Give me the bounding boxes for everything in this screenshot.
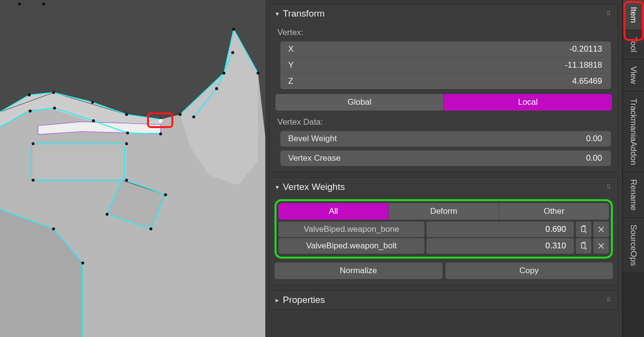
svg-point-32: [125, 142, 128, 145]
grip-icon[interactable]: ⠿: [607, 10, 612, 17]
vertex-group-row: ValveBiped.weapon_bone 0.690: [278, 222, 609, 237]
tab-rename[interactable]: Rename: [623, 172, 644, 218]
n-panel: ▾ Transform ⠿ Vertex: X -0.20113 Y -11.1…: [265, 0, 622, 337]
svg-point-17: [28, 94, 31, 96]
vertex-label: Vertex:: [275, 26, 613, 41]
svg-point-42: [231, 51, 234, 54]
svg-point-20: [125, 113, 128, 116]
tab-trackmania-addon[interactable]: TrackmaniaAddon: [623, 92, 644, 172]
svg-point-39: [81, 262, 84, 264]
remove-weight-button[interactable]: [593, 222, 609, 237]
panel-title: Properties: [283, 295, 325, 305]
filter-all[interactable]: All: [278, 203, 388, 220]
svg-point-30: [159, 132, 162, 135]
svg-point-38: [52, 227, 55, 230]
svg-point-22: [179, 113, 182, 116]
grip-icon[interactable]: ⠿: [607, 184, 612, 190]
panel-title: Transform: [283, 8, 325, 19]
vertex-crease-field[interactable]: Vertex Crease 0.00: [280, 150, 611, 166]
chevron-down-icon: ▾: [276, 183, 279, 191]
svg-point-40: [192, 115, 195, 118]
vertex-y-field[interactable]: Y -11.18818: [280, 57, 611, 74]
bevel-weight-field[interactable]: Bevel Weight 0.00: [280, 131, 611, 147]
weight-actions: Normalize Copy: [275, 262, 613, 279]
vertex-group-row: ValveBiped.weapon_bolt 0.310: [278, 238, 609, 254]
svg-point-27: [53, 107, 56, 110]
svg-point-41: [215, 87, 218, 90]
paste-weight-button[interactable]: [576, 238, 591, 254]
svg-point-26: [29, 110, 32, 112]
properties-panel: ▸ Properties ⠿: [269, 290, 618, 310]
svg-point-24: [232, 28, 235, 31]
transform-panel: ▾ Transform ⠿ Vertex: X -0.20113 Y -11.1…: [269, 4, 618, 172]
svg-point-45: [159, 119, 163, 123]
filter-deform[interactable]: Deform: [388, 203, 499, 220]
svg-point-36: [149, 227, 152, 230]
tab-tool[interactable]: Tool: [623, 30, 644, 59]
remove-weight-button[interactable]: [593, 238, 609, 254]
weight-filter-toggle: All Deform Other: [278, 203, 609, 220]
tab-item[interactable]: Item: [623, 0, 644, 30]
svg-point-34: [125, 179, 128, 182]
vertex-group-weight[interactable]: 0.690: [426, 222, 574, 237]
svg-point-35: [164, 193, 167, 196]
global-toggle[interactable]: Global: [276, 94, 443, 111]
vertex-z-field[interactable]: Z 4.65469: [280, 74, 611, 89]
properties-panel-header[interactable]: ▸ Properties ⠿: [270, 291, 618, 309]
tab-sourceops[interactable]: SourceOps: [623, 218, 644, 273]
svg-point-29: [126, 131, 129, 134]
copy-button[interactable]: Copy: [445, 262, 613, 279]
svg-point-23: [222, 72, 225, 75]
svg-point-37: [106, 213, 109, 216]
vertex-group-name[interactable]: ValveBiped.weapon_bone: [278, 222, 424, 237]
vertex-group-name[interactable]: ValveBiped.weapon_bolt: [278, 238, 424, 254]
tab-view[interactable]: View: [623, 59, 644, 92]
vertex-weights-panel: ▾ Vertex Weights ⠿ All Deform Other Valv…: [269, 177, 618, 285]
transform-panel-header[interactable]: ▾ Transform ⠿: [270, 4, 618, 23]
vertex-weights-panel-header[interactable]: ▾ Vertex Weights ⠿: [270, 178, 618, 196]
svg-point-33: [32, 179, 35, 182]
chevron-down-icon: ▾: [276, 10, 279, 18]
paste-weight-button[interactable]: [576, 222, 591, 237]
vertex-group-weight[interactable]: 0.310: [426, 238, 574, 254]
n-panel-tabs: Item Tool View TrackmaniaAddon Rename So…: [622, 0, 644, 337]
normalize-button[interactable]: Normalize: [275, 262, 442, 279]
svg-point-19: [91, 101, 94, 104]
svg-point-28: [92, 119, 95, 122]
transform-space-toggle: Global Local: [276, 94, 612, 111]
svg-point-31: [32, 142, 35, 145]
svg-rect-49: [582, 243, 586, 248]
grip-icon[interactable]: ⠿: [607, 297, 612, 303]
vertex-weights-highlight: All Deform Other ValveBiped.weapon_bone …: [275, 199, 613, 259]
svg-rect-46: [582, 226, 586, 232]
svg-point-44: [42, 2, 45, 5]
svg-marker-3: [33, 144, 127, 180]
panel-title: Vertex Weights: [283, 182, 345, 192]
viewport-3d[interactable]: [0, 0, 265, 337]
local-toggle[interactable]: Local: [443, 94, 612, 111]
chevron-right-icon: ▸: [276, 296, 279, 304]
vertex-x-field[interactable]: X -0.20113: [280, 41, 611, 57]
vertex-data-label: Vertex Data:: [275, 115, 613, 131]
svg-point-25: [257, 72, 259, 75]
svg-point-18: [52, 91, 55, 94]
filter-other[interactable]: Other: [498, 203, 609, 220]
svg-point-43: [18, 2, 21, 5]
